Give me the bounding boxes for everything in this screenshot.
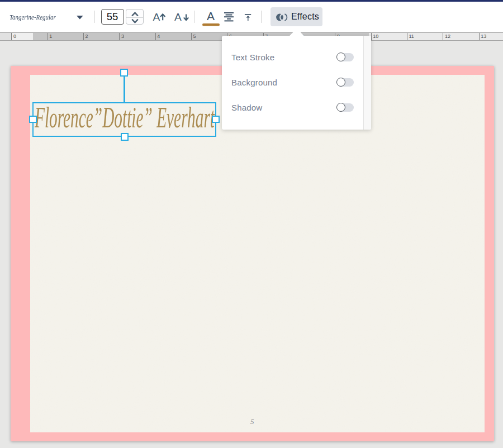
svg-text:A: A: [174, 11, 182, 23]
svg-text:A: A: [207, 10, 215, 22]
svg-text:A: A: [153, 11, 160, 23]
